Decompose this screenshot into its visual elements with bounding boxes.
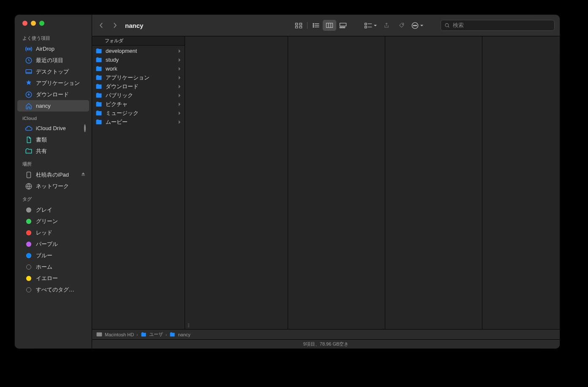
eject-icon[interactable] <box>81 172 86 178</box>
folder-icon <box>95 48 102 54</box>
group-by-menu[interactable] <box>363 22 378 29</box>
sidebar-item-label: ネットワーク <box>36 183 69 190</box>
sidebar-tag-yellow[interactable]: イエロー <box>17 273 89 284</box>
sidebar-item-documents[interactable]: 書類 <box>17 134 89 145</box>
sidebar-item-home[interactable]: nancy <box>17 100 89 112</box>
sidebar-item-label: ブルー <box>36 252 52 259</box>
search-placeholder: 検索 <box>453 22 464 29</box>
folder-row[interactable]: ピクチャ <box>92 100 185 109</box>
sidebar-tag-red[interactable]: レッド <box>17 227 89 238</box>
sidebar-section-icloud: iCloud <box>15 114 92 123</box>
sidebar-item-label: パープル <box>36 240 58 248</box>
folder-row[interactable]: アプリケーション <box>92 73 185 82</box>
sidebar-tag-green[interactable]: グリーン <box>17 215 89 227</box>
folder-label: development <box>106 48 137 54</box>
folder-list: development study work アプリケーション ダウンロード パ… <box>92 46 185 127</box>
view-icons-button[interactable] <box>292 20 305 31</box>
path-separator: › <box>136 332 138 337</box>
folder-row[interactable]: development <box>92 46 185 55</box>
back-button[interactable] <box>95 20 107 30</box>
folder-row[interactable]: ダウンロード <box>92 82 185 91</box>
column-1[interactable] <box>191 36 288 329</box>
svg-point-30 <box>414 25 415 26</box>
sidebar-item-airdrop[interactable]: AirDrop <box>17 43 89 55</box>
column-2[interactable] <box>288 36 385 329</box>
sidebar-tag-blue[interactable]: ブルー <box>17 250 89 261</box>
path-segment[interactable]: Macintosh HD <box>105 332 134 337</box>
sidebar-tag-all[interactable]: すべてのタグ… <box>17 284 89 295</box>
sync-progress-icon <box>84 125 86 131</box>
tag-dot-icon <box>26 242 31 247</box>
status-text: 9項目、78.96 GB空き <box>303 341 349 347</box>
svg-rect-6 <box>296 23 298 25</box>
folder-row[interactable]: work <box>92 64 185 73</box>
folder-icon <box>95 110 102 116</box>
sidebar-tag-home[interactable]: ホーム <box>17 261 89 273</box>
sidebar-item-ipad[interactable]: 杜暁犇のiPad <box>17 169 89 180</box>
view-columns-button[interactable] <box>323 20 336 31</box>
folder-icon <box>141 332 147 337</box>
path-bar: Macintosh HD › ユーザ › nancy <box>92 329 560 339</box>
download-icon <box>25 91 33 98</box>
folder-label: ピクチャ <box>106 101 128 108</box>
minimize-button[interactable] <box>31 21 36 26</box>
view-list-button[interactable] <box>309 20 323 31</box>
columns-view: フォルダ development study work アプリケーション ダウン… <box>92 36 560 329</box>
cloud-icon <box>25 125 33 132</box>
sidebar-item-downloads[interactable]: ダウンロード <box>17 89 89 100</box>
folder-row[interactable]: study <box>92 55 185 64</box>
folder-row[interactable]: ミュージック <box>92 109 185 117</box>
chevron-right-icon <box>178 84 181 89</box>
shared-folder-icon <box>25 147 33 155</box>
view-gallery-button[interactable] <box>336 20 350 31</box>
network-icon <box>25 183 33 190</box>
close-button[interactable] <box>22 21 27 26</box>
action-menu[interactable] <box>410 22 425 30</box>
window-title: nancy <box>125 22 143 29</box>
sidebar: よく使う項目 AirDrop 最近の項目 デスクトップ アプリケーション ダウン… <box>15 15 92 349</box>
view-mode-group <box>292 20 350 31</box>
sidebar-item-recents[interactable]: 最近の項目 <box>17 55 89 66</box>
sidebar-item-network[interactable]: ネットワーク <box>17 180 89 192</box>
sidebar-item-shared[interactable]: 共有 <box>17 145 89 157</box>
folder-row[interactable]: パブリック <box>92 91 185 100</box>
fullscreen-button[interactable] <box>39 21 44 26</box>
sidebar-tag-purple[interactable]: パープル <box>17 238 89 250</box>
folder-icon <box>95 84 102 89</box>
folder-label: パブリック <box>106 92 133 99</box>
finder-window: よく使う項目 AirDrop 最近の項目 デスクトップ アプリケーション ダウン… <box>15 15 560 349</box>
sidebar-item-applications[interactable]: アプリケーション <box>17 77 89 89</box>
column-3[interactable] <box>385 36 482 329</box>
path-segment[interactable]: ユーザ <box>149 331 163 338</box>
chevron-right-icon <box>178 111 181 115</box>
search-field[interactable]: 検索 <box>441 20 555 31</box>
sidebar-item-desktop[interactable]: デスクトップ <box>17 66 89 77</box>
folder-label: ミュージック <box>106 109 139 117</box>
forward-button[interactable] <box>109 20 121 30</box>
tag-all-icon <box>26 287 31 292</box>
folder-row[interactable]: ムービー <box>92 117 185 126</box>
home-icon <box>25 102 33 110</box>
svg-point-12 <box>313 25 314 26</box>
svg-rect-23 <box>365 23 367 25</box>
column-4[interactable] <box>482 36 560 329</box>
desktop-icon <box>25 68 33 76</box>
share-button[interactable] <box>380 20 393 31</box>
tag-dot-icon <box>26 207 31 213</box>
sidebar-item-label: 最近の項目 <box>36 57 63 64</box>
sidebar-tag-gray[interactable]: グレイ <box>17 204 89 215</box>
path-separator: › <box>166 332 167 337</box>
column-resize-handle[interactable]: ‖ <box>185 36 191 329</box>
chevron-right-icon <box>178 49 181 53</box>
tag-dot-icon <box>26 219 31 224</box>
path-segment[interactable]: nancy <box>178 332 190 337</box>
sidebar-item-label: 共有 <box>36 147 47 155</box>
chevron-right-icon <box>178 102 181 106</box>
svg-point-27 <box>402 24 403 25</box>
clock-icon <box>25 57 33 64</box>
tag-button[interactable] <box>395 20 408 31</box>
sidebar-item-label: iCloud Drive <box>36 125 66 131</box>
sidebar-item-icloud-drive[interactable]: iCloud Drive <box>17 123 89 134</box>
chevron-down-icon <box>373 24 377 27</box>
folder-icon <box>95 57 102 63</box>
